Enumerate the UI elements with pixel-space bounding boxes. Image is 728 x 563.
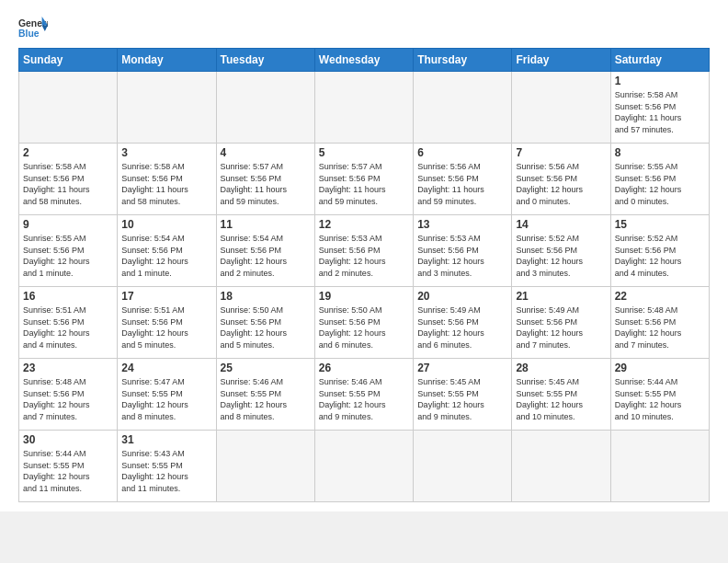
calendar-cell: 19Sunrise: 5:50 AM Sunset: 5:56 PM Dayli…: [314, 287, 413, 359]
weekday-header-monday: Monday: [118, 49, 216, 72]
day-info: Sunrise: 5:54 AM Sunset: 5:56 PM Dayligh…: [121, 233, 211, 279]
day-info: Sunrise: 5:58 AM Sunset: 5:56 PM Dayligh…: [121, 161, 211, 207]
calendar-table: SundayMondayTuesdayWednesdayThursdayFrid…: [18, 48, 710, 502]
calendar-body: 1Sunrise: 5:58 AM Sunset: 5:56 PM Daylig…: [19, 72, 710, 502]
calendar-cell: 6Sunrise: 5:56 AM Sunset: 5:56 PM Daylig…: [414, 144, 512, 215]
calendar-week-4: 23Sunrise: 5:48 AM Sunset: 5:56 PM Dayli…: [19, 359, 710, 431]
day-info: Sunrise: 5:52 AM Sunset: 5:56 PM Dayligh…: [615, 233, 705, 279]
day-number: 29: [615, 362, 705, 374]
day-info: Sunrise: 5:46 AM Sunset: 5:55 PM Dayligh…: [221, 376, 311, 422]
day-number: 22: [615, 290, 705, 303]
day-number: 10: [121, 218, 211, 231]
day-number: 7: [516, 146, 606, 159]
day-info: Sunrise: 5:55 AM Sunset: 5:56 PM Dayligh…: [615, 161, 705, 207]
weekday-header-wednesday: Wednesday: [314, 49, 413, 72]
day-info: Sunrise: 5:50 AM Sunset: 5:56 PM Dayligh…: [319, 304, 409, 350]
calendar-cell: [314, 431, 413, 502]
day-info: Sunrise: 5:44 AM Sunset: 5:55 PM Dayligh…: [23, 448, 113, 494]
calendar-week-3: 16Sunrise: 5:51 AM Sunset: 5:56 PM Dayli…: [19, 287, 710, 359]
weekday-header-friday: Friday: [512, 49, 610, 72]
day-info: Sunrise: 5:49 AM Sunset: 5:56 PM Dayligh…: [417, 304, 507, 350]
calendar-cell: 29Sunrise: 5:44 AM Sunset: 5:55 PM Dayli…: [610, 359, 709, 431]
day-info: Sunrise: 5:47 AM Sunset: 5:55 PM Dayligh…: [121, 376, 211, 422]
calendar-cell: [314, 72, 413, 144]
calendar-cell: 31Sunrise: 5:43 AM Sunset: 5:55 PM Dayli…: [118, 431, 216, 502]
calendar-cell: [414, 72, 512, 144]
calendar-cell: 9Sunrise: 5:55 AM Sunset: 5:56 PM Daylig…: [19, 215, 118, 287]
calendar-header: SundayMondayTuesdayWednesdayThursdayFrid…: [19, 49, 710, 72]
calendar-cell: 23Sunrise: 5:48 AM Sunset: 5:56 PM Dayli…: [19, 359, 118, 431]
day-number: 15: [615, 218, 705, 231]
day-number: 24: [121, 362, 211, 374]
calendar-cell: 17Sunrise: 5:51 AM Sunset: 5:56 PM Dayli…: [118, 287, 216, 359]
calendar-cell: 12Sunrise: 5:53 AM Sunset: 5:56 PM Dayli…: [314, 215, 413, 287]
day-info: Sunrise: 5:43 AM Sunset: 5:55 PM Dayligh…: [121, 448, 211, 494]
day-number: 18: [221, 290, 311, 303]
calendar-cell: [216, 72, 314, 144]
day-info: Sunrise: 5:51 AM Sunset: 5:56 PM Dayligh…: [23, 304, 113, 350]
calendar-cell: 5Sunrise: 5:57 AM Sunset: 5:56 PM Daylig…: [314, 144, 413, 215]
calendar-cell: 7Sunrise: 5:56 AM Sunset: 5:56 PM Daylig…: [512, 144, 610, 215]
day-info: Sunrise: 5:54 AM Sunset: 5:56 PM Dayligh…: [221, 233, 311, 279]
day-number: 13: [417, 218, 507, 231]
calendar-cell: 21Sunrise: 5:49 AM Sunset: 5:56 PM Dayli…: [512, 287, 610, 359]
day-info: Sunrise: 5:52 AM Sunset: 5:56 PM Dayligh…: [516, 233, 606, 279]
day-number: 19: [319, 290, 409, 303]
calendar-cell: 28Sunrise: 5:45 AM Sunset: 5:55 PM Dayli…: [512, 359, 610, 431]
day-number: 11: [221, 218, 311, 231]
day-info: Sunrise: 5:53 AM Sunset: 5:56 PM Dayligh…: [319, 233, 409, 279]
day-number: 5: [319, 146, 409, 159]
weekday-header-tuesday: Tuesday: [216, 49, 314, 72]
day-number: 16: [23, 290, 113, 303]
day-number: 12: [319, 218, 409, 231]
calendar-cell: 26Sunrise: 5:46 AM Sunset: 5:55 PM Dayli…: [314, 359, 413, 431]
day-info: Sunrise: 5:48 AM Sunset: 5:56 PM Dayligh…: [23, 376, 113, 422]
calendar-cell: 1Sunrise: 5:58 AM Sunset: 5:56 PM Daylig…: [610, 72, 709, 144]
day-number: 31: [121, 433, 211, 446]
day-info: Sunrise: 5:57 AM Sunset: 5:56 PM Dayligh…: [319, 161, 409, 207]
day-info: Sunrise: 5:48 AM Sunset: 5:56 PM Dayligh…: [615, 304, 705, 350]
calendar-cell: [610, 431, 709, 502]
calendar-cell: 4Sunrise: 5:57 AM Sunset: 5:56 PM Daylig…: [216, 144, 314, 215]
day-info: Sunrise: 5:53 AM Sunset: 5:56 PM Dayligh…: [417, 233, 507, 279]
day-number: 3: [121, 146, 211, 159]
weekday-row: SundayMondayTuesdayWednesdayThursdayFrid…: [19, 49, 710, 72]
header: General Blue: [18, 15, 710, 40]
weekday-header-saturday: Saturday: [610, 49, 709, 72]
day-info: Sunrise: 5:57 AM Sunset: 5:56 PM Dayligh…: [221, 161, 311, 207]
day-number: 21: [516, 290, 606, 303]
calendar-cell: 8Sunrise: 5:55 AM Sunset: 5:56 PM Daylig…: [610, 144, 709, 215]
calendar-week-0: 1Sunrise: 5:58 AM Sunset: 5:56 PM Daylig…: [19, 72, 710, 144]
day-number: 26: [319, 362, 409, 374]
day-number: 27: [417, 362, 507, 374]
day-number: 17: [121, 290, 211, 303]
calendar-cell: [512, 431, 610, 502]
calendar-cell: [118, 72, 216, 144]
day-number: 4: [221, 146, 311, 159]
day-number: 14: [516, 218, 606, 231]
calendar-cell: 2Sunrise: 5:58 AM Sunset: 5:56 PM Daylig…: [19, 144, 118, 215]
calendar-cell: 20Sunrise: 5:49 AM Sunset: 5:56 PM Dayli…: [414, 287, 512, 359]
day-number: 25: [221, 362, 311, 374]
day-number: 8: [615, 146, 705, 159]
svg-text:Blue: Blue: [18, 29, 40, 39]
day-info: Sunrise: 5:49 AM Sunset: 5:56 PM Dayligh…: [516, 304, 606, 350]
calendar-cell: [19, 72, 118, 144]
calendar-cell: 30Sunrise: 5:44 AM Sunset: 5:55 PM Dayli…: [19, 431, 118, 502]
calendar-cell: [414, 431, 512, 502]
calendar-week-1: 2Sunrise: 5:58 AM Sunset: 5:56 PM Daylig…: [19, 144, 710, 215]
calendar-cell: 3Sunrise: 5:58 AM Sunset: 5:56 PM Daylig…: [118, 144, 216, 215]
day-info: Sunrise: 5:46 AM Sunset: 5:55 PM Dayligh…: [319, 376, 409, 422]
day-info: Sunrise: 5:50 AM Sunset: 5:56 PM Dayligh…: [221, 304, 311, 350]
day-number: 9: [23, 218, 113, 231]
calendar-week-5: 30Sunrise: 5:44 AM Sunset: 5:55 PM Dayli…: [19, 431, 710, 502]
day-info: Sunrise: 5:58 AM Sunset: 5:56 PM Dayligh…: [615, 89, 705, 135]
calendar-cell: 14Sunrise: 5:52 AM Sunset: 5:56 PM Dayli…: [512, 215, 610, 287]
calendar-cell: [512, 72, 610, 144]
day-info: Sunrise: 5:56 AM Sunset: 5:56 PM Dayligh…: [417, 161, 507, 207]
day-number: 20: [417, 290, 507, 303]
logo: General Blue: [18, 15, 48, 40]
calendar-cell: 16Sunrise: 5:51 AM Sunset: 5:56 PM Dayli…: [19, 287, 118, 359]
calendar-cell: 10Sunrise: 5:54 AM Sunset: 5:56 PM Dayli…: [118, 215, 216, 287]
page: General Blue SundayMondayTuesdayWednesda…: [0, 0, 728, 511]
